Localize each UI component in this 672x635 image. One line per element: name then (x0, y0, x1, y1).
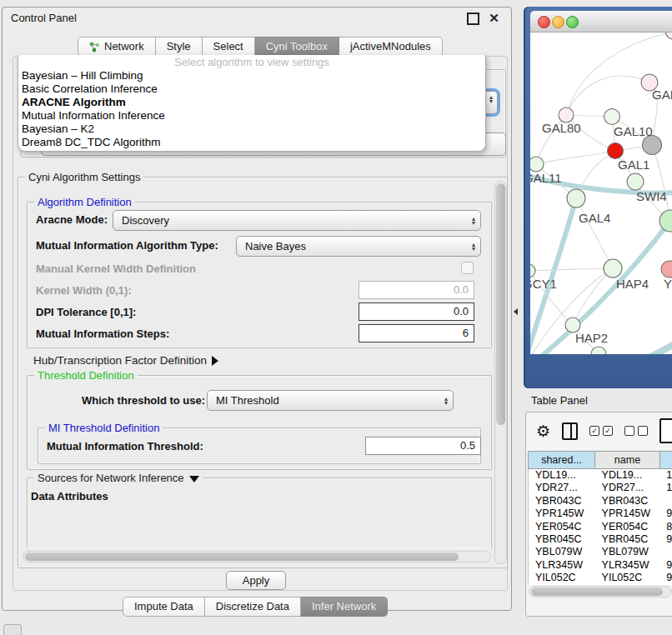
collapsed-panel-icon[interactable] (3, 624, 22, 635)
table-row[interactable]: YER054CYER054C8. (529, 521, 672, 533)
algorithm-option[interactable]: Basic Correlation Inference (18, 82, 485, 96)
apply-button[interactable]: Apply (226, 571, 286, 590)
tab-select[interactable]: Select (203, 37, 255, 57)
table-row[interactable]: YDR27...YDR27...12 (529, 482, 672, 494)
tab-impute-data[interactable]: Impute Data (123, 597, 205, 617)
manual-kernel-label: Manual Kernel Width Definition (36, 262, 196, 275)
algorithm-option[interactable]: ARACNE Algorithm (18, 96, 485, 109)
tab-jactivemnodules[interactable]: jActiveMNodules (339, 37, 443, 57)
settings-group-title: Cyni Algorithm Settings (25, 171, 143, 183)
table-cell: 9. (659, 508, 672, 520)
algorithm-option[interactable]: Bayesian – K2 (18, 122, 485, 136)
settings-hscrollbar[interactable] (23, 551, 491, 562)
expanded-arrow-icon (189, 476, 199, 482)
algorithm-option[interactable]: Dream8 DC_TDC Algorithm (18, 136, 485, 149)
network-canvas[interactable]: GALGAL80GAL10GAL1GAL11SWI4GAL4GCY1HAP4YH… (530, 32, 672, 354)
table-cell (659, 495, 672, 508)
aracne-mode-combo[interactable]: Discovery ▴▾ (113, 210, 481, 231)
mi-type-value: Naive Bayes (245, 240, 306, 252)
table-toolbar: ⚙ ✓✓ (526, 412, 672, 449)
table-cell: YDL19... (595, 469, 660, 482)
network-node[interactable] (591, 347, 606, 354)
table-cell: 9. (659, 559, 672, 572)
tab-style[interactable]: Style (156, 37, 203, 57)
column-header[interactable]: shared... (528, 451, 595, 469)
network-node-y[interactable] (661, 261, 672, 278)
algorithm-option[interactable]: Mutual Information Inference (18, 109, 485, 122)
hub-definition-toggle[interactable]: Hub/Transcription Factor Definition (33, 354, 218, 367)
node-label: GAL1 (618, 158, 649, 172)
popup-placeholder: Select algorithm to view settings (18, 55, 485, 69)
table-cell: YDR27... (529, 482, 595, 494)
combo-stepper-icon: ▴▾ (472, 242, 475, 251)
threshold-definition-group: Threshold Definition Which threshold to … (27, 375, 492, 470)
minimize-traffic-light-icon[interactable] (552, 16, 564, 28)
tab-network[interactable]: Network (78, 37, 156, 57)
table-cell: 8. (659, 521, 672, 533)
mi-threshold-field[interactable]: 0.5 (365, 437, 481, 455)
float-window-icon[interactable] (467, 12, 479, 25)
close-traffic-light-icon[interactable] (538, 16, 550, 28)
column-header[interactable]: name (595, 451, 660, 469)
network-node-labels: GALGAL80GAL10GAL1GAL11SWI4GAL4GCY1HAP4YH… (530, 88, 672, 345)
table-cell: YBL079W (529, 546, 595, 558)
node-label: GAL10 (614, 124, 653, 138)
table-cell (659, 546, 672, 558)
kernel-width-field[interactable]: 0.0 (359, 281, 474, 299)
mi-algorithm-type-combo[interactable]: Naive Bayes ▴▾ (236, 236, 481, 257)
network-node-hap4[interactable] (604, 259, 622, 278)
close-icon[interactable]: ✕ (489, 12, 499, 23)
panel-splitter-arrow-icon[interactable] (514, 308, 518, 315)
table-row[interactable]: YPR145WYPR145W9. (529, 508, 672, 520)
network-node-gal10[interactable] (604, 109, 620, 125)
sources-title: Sources for Network Inference (38, 472, 184, 484)
network-node[interactable] (665, 32, 672, 39)
hub-definition-label: Hub/Transcription Factor Definition (33, 354, 207, 367)
sources-toggle[interactable]: Sources for Network Inference (34, 472, 203, 484)
table-cell: YBR043C (529, 495, 595, 508)
dpi-tolerance-field[interactable]: 0.0 (359, 302, 474, 321)
column-header[interactable] (660, 451, 672, 469)
network-node-gal4[interactable] (567, 189, 585, 208)
table-row[interactable]: YBR045CYBR045C9. (529, 533, 672, 546)
table-row[interactable]: YIL052CYIL052C9. (529, 572, 672, 584)
bottom-tab-bar: Impute DataDiscretize DataInfer Network (123, 597, 388, 617)
mi-steps-field[interactable]: 6 (359, 324, 474, 342)
which-threshold-combo[interactable]: MI Threshold ▴▾ (207, 390, 454, 411)
combo-stepper-icon: ▴▾ (444, 397, 448, 405)
network-node-gal1[interactable] (608, 143, 624, 159)
column-layout-icon[interactable] (562, 422, 578, 440)
maximize-traffic-light-icon[interactable] (566, 16, 579, 28)
network-window-titlebar[interactable] (530, 11, 672, 32)
table-row[interactable]: YLR345WYLR345W9. (529, 559, 672, 572)
network-node-gcy1[interactable] (530, 264, 535, 278)
network-node-swi4[interactable] (627, 173, 644, 190)
tab-cyni-toolbox[interactable]: Cyni Toolbox (255, 37, 339, 57)
table-row[interactable]: YBR043CYBR043C (529, 495, 672, 508)
tab-label: Impute Data (134, 598, 193, 616)
deselect-all-checks-icon[interactable] (624, 426, 648, 436)
table-cell: YPR145W (595, 508, 660, 520)
node-label: SWI4 (636, 189, 667, 203)
algorithm-option[interactable]: Bayesian – Hill Climbing (18, 69, 485, 82)
which-threshold-value: MI Threshold (216, 394, 279, 407)
table-hscrollbar[interactable] (529, 586, 672, 598)
table-row[interactable]: YDL19...YDL19...13 (529, 469, 672, 482)
gear-icon[interactable]: ⚙ (536, 422, 550, 441)
document-icon[interactable] (659, 418, 672, 443)
mi-steps-label: Mutual Information Steps: (36, 328, 169, 340)
network-node-gal11[interactable] (530, 157, 544, 172)
dpi-tolerance-label: DPI Tolerance [0,1]: (36, 306, 136, 318)
table-cell: YPR145W (529, 508, 595, 520)
combo-stepper-icon: ▴▾ (472, 217, 475, 225)
table-row[interactable]: YBL079WYBL079W (529, 546, 672, 558)
select-all-checks-icon[interactable]: ✓✓ (589, 426, 613, 436)
tab-discretize-data[interactable]: Discretize Data (205, 597, 301, 617)
settings-scrollbar[interactable] (494, 181, 507, 564)
manual-kernel-checkbox[interactable] (461, 262, 474, 274)
tab-label: Discretize Data (216, 598, 289, 616)
tab-infer-network[interactable]: Infer Network (301, 597, 388, 617)
sources-group: Sources for Network Inference Data Attri… (27, 478, 492, 548)
tab-label: Infer Network (312, 598, 376, 616)
tab-label: Select (213, 38, 243, 56)
